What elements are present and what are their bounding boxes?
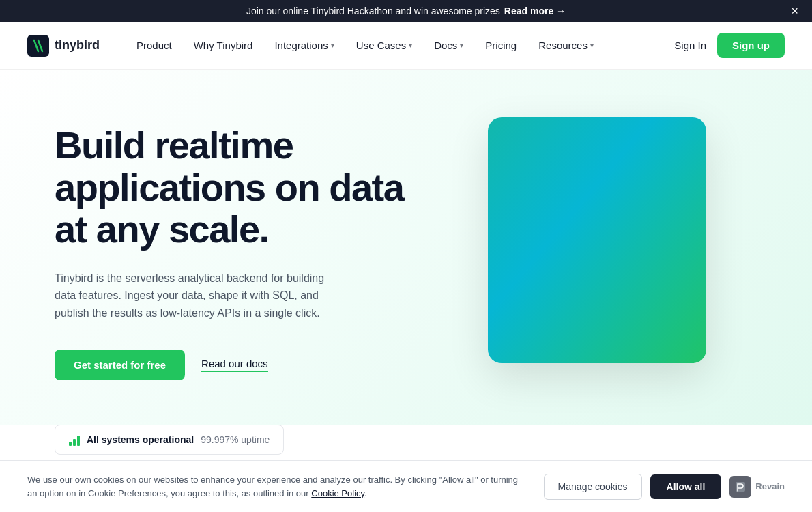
hero-title: Build realtime applications on data at a…: [55, 124, 409, 251]
status-text: All systems operational: [87, 434, 194, 445]
bar-icon: [77, 436, 80, 446]
svg-rect-0: [27, 35, 49, 57]
revain-badge: Revain: [729, 476, 785, 498]
revain-text: Revain: [755, 481, 785, 492]
hero-actions: Get started for free Read our docs: [55, 350, 409, 380]
hero-subtitle: Tinybird is the serverless analytical ba…: [55, 270, 328, 322]
read-docs-link[interactable]: Read our docs: [201, 358, 268, 372]
nav-use-cases[interactable]: Use Cases ▾: [347, 34, 422, 57]
banner-close-button[interactable]: ×: [791, 5, 798, 17]
card-gradient: [488, 117, 706, 363]
nav-product[interactable]: Product: [127, 34, 182, 57]
logo-icon: [27, 35, 49, 57]
cookie-banner: We use our own cookies on our websites t…: [0, 460, 812, 512]
cookie-policy-link[interactable]: Cookie Policy: [311, 488, 364, 498]
top-banner: Join our online Tinybird Hackathon and w…: [0, 0, 812, 22]
nav-why-tinybird[interactable]: Why Tinybird: [184, 34, 263, 57]
logo-text: tinybird: [55, 38, 100, 53]
cookie-text: We use our own cookies on our websites t…: [27, 473, 530, 500]
main-nav: tinybird Product Why Tinybird Integratio…: [0, 22, 812, 70]
get-started-button[interactable]: Get started for free: [55, 350, 185, 380]
svg-rect-1: [736, 482, 745, 492]
status-uptime: 99.997% uptime: [201, 434, 270, 445]
hero-section: Build realtime applications on data at a…: [0, 70, 812, 425]
bar-icon: [73, 439, 76, 446]
sign-up-button[interactable]: Sign up: [717, 33, 785, 58]
nav-resources[interactable]: Resources ▾: [529, 34, 603, 57]
sign-in-link[interactable]: Sign In: [674, 40, 706, 51]
status-bar: All systems operational 99.997% uptime: [55, 425, 284, 455]
nav-actions: Sign In Sign up: [674, 33, 785, 58]
allow-all-button[interactable]: Allow all: [650, 474, 722, 499]
hero-content: Build realtime applications on data at a…: [55, 111, 409, 380]
manage-cookies-button[interactable]: Manage cookies: [544, 474, 642, 500]
status-bars-icon: [69, 433, 80, 446]
chevron-down-icon: ▾: [460, 42, 463, 49]
chevron-down-icon: ▾: [409, 42, 412, 49]
banner-text: Join our online Tinybird Hackathon and w…: [246, 5, 500, 16]
logo-link[interactable]: tinybird: [27, 35, 100, 57]
nav-integrations[interactable]: Integrations ▾: [265, 34, 343, 57]
hero-card: [488, 117, 706, 363]
nav-links: Product Why Tinybird Integrations ▾ Use …: [127, 34, 674, 57]
hero-visual: [409, 111, 785, 363]
chevron-down-icon: ▾: [590, 42, 594, 49]
nav-docs[interactable]: Docs ▾: [424, 34, 473, 57]
nav-pricing[interactable]: Pricing: [476, 34, 526, 57]
bar-icon: [69, 442, 72, 446]
banner-link[interactable]: Read more →: [504, 5, 566, 16]
cookie-actions: Manage cookies Allow all Revain: [544, 474, 785, 500]
revain-icon: [729, 476, 751, 498]
chevron-down-icon: ▾: [331, 42, 334, 49]
